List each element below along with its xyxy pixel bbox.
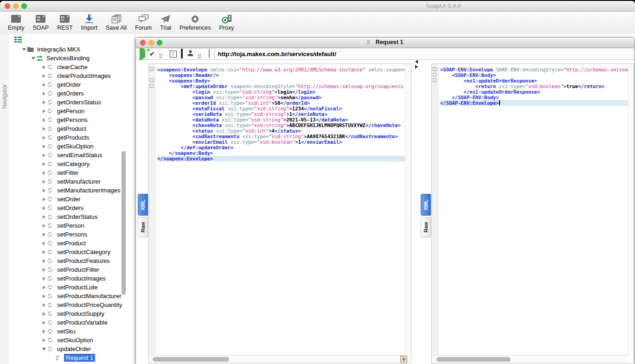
- response-xml-editor[interactable]: --- <SOAP-ENV:Envelope SOAP-ENV:encoding…: [431, 64, 634, 364]
- tree-item-setProduct[interactable]: setProduct: [9, 239, 135, 248]
- tree-item-setProductFilter[interactable]: setProductFilter: [9, 265, 135, 274]
- tab-raw[interactable]: Raw: [421, 217, 431, 237]
- xml-line[interactable]: <codRastreamento xsi:type="xsd:string">A…: [157, 134, 405, 139]
- tab-raw[interactable]: Raw: [138, 217, 148, 237]
- expander-icon[interactable]: [41, 153, 47, 157]
- tree-item-getOrdersStatus[interactable]: getOrdersStatus: [9, 98, 135, 107]
- navigator-scrollbar-thumb[interactable]: [122, 151, 126, 295]
- toolbar-button-import[interactable]: Import: [77, 13, 102, 32]
- close-button[interactable]: [5, 3, 10, 9]
- tree-item-setProductVariable[interactable]: setProductVariable: [9, 318, 135, 327]
- expander-icon[interactable]: [41, 92, 47, 96]
- fold-collapse-icon[interactable]: -: [433, 78, 436, 82]
- tree-item-setPerson[interactable]: setPerson: [9, 221, 135, 230]
- expander-icon[interactable]: [41, 145, 47, 148]
- tree-item-setManufacturerImages[interactable]: setManufacturerImages: [9, 186, 135, 195]
- credentials-button[interactable]: [187, 50, 194, 58]
- xml-line[interactable]: <chaveNota xsi:type="xsd:string">ABCDEFG…: [157, 122, 405, 128]
- close-button[interactable]: [140, 40, 146, 45]
- tree-item-setOrders[interactable]: setOrders: [9, 204, 135, 212]
- recreate-request-button[interactable]: [170, 50, 177, 58]
- xml-line[interactable]: </ns1:updateOrderResponse>: [440, 89, 628, 95]
- submit-request-button[interactable]: [140, 50, 145, 58]
- toolbar-button-soap[interactable]: SOAP∗SOAP: [28, 13, 53, 32]
- expander-icon[interactable]: [41, 109, 47, 113]
- tab-xml[interactable]: XML: [421, 194, 431, 216]
- tree-item-clearProductImages[interactable]: clearProductImages: [9, 71, 135, 80]
- endpoint-url-field[interactable]: http://loja.makex.com.br/services/defaul…: [218, 51, 336, 57]
- tree-item-Request-1[interactable]: SOAPRequest 1: [9, 353, 135, 362]
- xml-line[interactable]: <enviarEmail xsi:type="xsd:boolean">1</e…: [157, 139, 405, 145]
- tree-item-setProductPriceQuantity[interactable]: setProductPriceQuantity: [9, 300, 135, 309]
- ws-addressing-button[interactable]: SOAP: [198, 49, 205, 58]
- tree-item-getPersons[interactable]: getPersons: [9, 115, 135, 124]
- collapse-right-icon[interactable]: [415, 65, 418, 69]
- xml-line[interactable]: </def:updateOrder>: [157, 145, 405, 150]
- expander-icon[interactable]: [41, 162, 47, 166]
- horizontal-scrollbar-thumb[interactable]: [153, 357, 229, 362]
- xml-line[interactable]: <soapenv:Header/>: [157, 72, 405, 78]
- minimize-button[interactable]: [13, 3, 19, 9]
- tree-item-Integração-MKX[interactable]: Integração MKX: [9, 45, 135, 54]
- xml-line[interactable]: <soapenv:Body>: [157, 78, 405, 83]
- tree-item-setPersons[interactable]: setPersons: [9, 230, 135, 239]
- tree-item-getProducts[interactable]: getProducts: [9, 133, 135, 142]
- tab-xml[interactable]: XML: [138, 194, 148, 216]
- expander-icon[interactable]: [41, 198, 47, 201]
- xml-line[interactable]: <def:updateOrder soapenv:encodingStyle="…: [157, 83, 405, 89]
- expander-icon[interactable]: [41, 321, 47, 325]
- xml-line[interactable]: </SOAP-ENV:Envelope>: [440, 100, 628, 106]
- expander-icon[interactable]: [41, 118, 47, 122]
- tree-item-setProductLote[interactable]: setProductLote: [9, 283, 135, 292]
- tree-item-setSkuOption[interactable]: setSkuOption: [9, 336, 135, 345]
- xml-line[interactable]: <login xsi:type="xsd:string">login</logi…: [157, 89, 405, 95]
- expander-icon[interactable]: [41, 83, 47, 87]
- toolbar-button-trial[interactable]: Trial: [156, 13, 175, 32]
- expander-icon[interactable]: [41, 189, 47, 192]
- tree-item-setSku[interactable]: setSku: [9, 327, 135, 336]
- tree-item-getPerson[interactable]: getPerson: [9, 107, 135, 115]
- expander-icon[interactable]: [21, 48, 27, 51]
- collapse-left-icon[interactable]: [415, 60, 418, 64]
- xml-line[interactable]: <serieNota xsi:type="xsd:string">1</seri…: [157, 111, 405, 117]
- tree-item-Lobi[interactable]: Lobi: [9, 362, 135, 364]
- tree-item-setProductSupply[interactable]: setProductSupply: [9, 309, 135, 318]
- fold-collapse-icon[interactable]: -: [433, 73, 436, 77]
- expander-icon[interactable]: [41, 215, 47, 219]
- request-xml-editor[interactable]: --- <soapenv:Envelope xmlns:xsi="http://…: [148, 64, 411, 364]
- expander-icon[interactable]: [41, 348, 47, 351]
- xml-line[interactable]: </soapenv:Body>: [157, 150, 405, 156]
- horizontal-scrollbar-thumb[interactable]: [436, 357, 511, 362]
- toolbar-button-save-all[interactable]: Save All: [102, 13, 131, 32]
- expander-icon[interactable]: [41, 224, 47, 228]
- tree-item-setProductImages[interactable]: setProductImages: [9, 274, 135, 283]
- xml-line[interactable]: <passwd xsi:type="xsd:string">senha</pas…: [157, 95, 405, 100]
- xml-line[interactable]: <ns1:updateOrderResponse>: [440, 78, 628, 83]
- expander-icon[interactable]: [41, 312, 47, 316]
- resize-grip-icon[interactable]: ⊕: [400, 356, 407, 363]
- tree-item-setManufacturer[interactable]: setManufacturer: [9, 177, 135, 186]
- toolbar-button-rest[interactable]: REST∗REST: [53, 13, 77, 32]
- expander-icon[interactable]: [41, 277, 47, 281]
- tree-item-setOrderStatus[interactable]: setOrderStatus: [9, 212, 135, 221]
- request-xml-code[interactable]: <soapenv:Envelope xmlns:xsi="http://www.…: [155, 64, 405, 356]
- tree-item-getOrder[interactable]: getOrder: [9, 80, 135, 89]
- xml-line[interactable]: </soapenv:Envelope>: [157, 156, 405, 161]
- tree-item-setFilter[interactable]: setFilter: [9, 168, 135, 177]
- xml-line[interactable]: <return xsi:type="xsd:boolean">true</ret…: [440, 83, 628, 89]
- expander-icon[interactable]: [41, 259, 47, 263]
- headers-button[interactable]: [209, 50, 210, 58]
- tree-item-setProductCategory[interactable]: setProductCategory: [9, 248, 135, 256]
- tree-item-setProductManufacturer[interactable]: setProductManufacturer: [9, 292, 135, 300]
- expander-icon[interactable]: [41, 136, 47, 140]
- expander-icon[interactable]: [41, 268, 47, 272]
- fold-collapse-icon[interactable]: -: [150, 67, 154, 71]
- xml-line[interactable]: <SOAP-ENV:Body>: [440, 72, 628, 78]
- xml-line[interactable]: <status xsi:type="xsd:int">4</status>: [157, 128, 405, 134]
- expander-icon[interactable]: [41, 303, 47, 307]
- tree-item-getProduct[interactable]: getProduct: [9, 124, 135, 133]
- expander-icon[interactable]: [41, 330, 47, 333]
- toolbar-button-proxy[interactable]: Proxy: [215, 13, 238, 32]
- expander-icon[interactable]: [41, 294, 47, 298]
- toolbar-button-preferences[interactable]: Preferences: [175, 13, 215, 32]
